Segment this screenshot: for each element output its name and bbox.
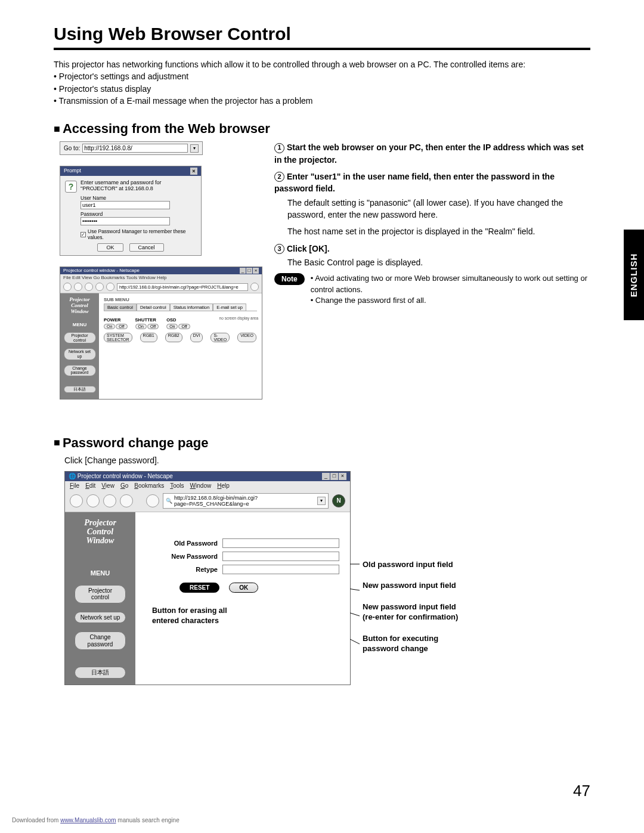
page-number: 47 [573,782,590,800]
system-selector[interactable]: SYSTEM SELECTOR [104,333,132,342]
pwd-toolbar: 🔍http://192.168.0.8/cgi-bin/main.cgi?pag… [65,490,350,512]
sidebar-item-change-password[interactable]: Change password [64,365,96,376]
tab-basic-control[interactable]: Basic control [104,304,137,311]
step-3-sub: The Basic Control page is displayed. [287,256,590,268]
maximize-icon[interactable]: □ [246,268,252,274]
input-rgb2[interactable]: RGB2 [165,333,182,342]
intro-text: This projector has networking functions … [54,58,590,107]
prompt-titlebar: Prompt × [60,166,201,176]
old-password-label: Old Password [146,540,218,547]
basic-sidebar: Projector Control Window MENU Projector … [60,293,99,398]
callout-ok: Button for executing password change [363,633,458,654]
osd-on[interactable]: On [166,324,178,329]
reload-icon[interactable] [103,494,116,507]
footer-link[interactable]: www.Manualslib.com [60,817,116,823]
basic-url-bar[interactable]: http://192.168.0.8/cgi-bin/main.cgi?page… [117,283,248,291]
shutter-on[interactable]: On [135,324,147,329]
back-icon[interactable] [70,494,83,507]
password-input[interactable] [80,217,170,225]
step-1: 1Start the web browser on your PC, then … [274,141,590,166]
sidebar-item-projector-control[interactable]: Projector control [64,332,96,343]
basic-menubar[interactable]: File Edit View Go Bookmarks Tools Window… [60,274,262,281]
new-password-label: New Password [146,553,218,560]
ok-button[interactable]: OK [229,583,258,593]
menu-label: MENU [73,322,87,327]
tabs: Basic control Detail control Status info… [104,304,257,311]
goto-input[interactable] [82,144,188,153]
password-change-window: 🌐 Projector control window - Netscape _□… [64,471,351,685]
input-rgb1[interactable]: RGB1 [140,333,157,342]
forward-icon[interactable] [74,283,82,291]
pcw-logo: Projector Control Window [69,297,90,315]
menu-label: MENU [91,569,110,577]
home-icon[interactable] [106,283,114,291]
input-svideo[interactable]: S-VIDEO [210,333,230,342]
jp-button[interactable]: 日本語 [75,667,126,679]
stop-icon[interactable] [95,283,104,291]
submenu-label: SUB MENU [104,297,257,302]
password-label: Password [80,211,196,217]
login-prompt: Prompt × ? Enter username and password f… [60,166,202,256]
goto-label: Go to: [64,145,80,151]
input-dvi[interactable]: DVI [190,333,203,342]
minimize-icon[interactable]: _ [240,268,246,274]
tab-status[interactable]: Status information [170,304,213,311]
note-badge: Note [274,273,305,285]
cancel-button[interactable]: Cancel [129,243,164,252]
callouts: Old password input field New password in… [363,559,458,665]
sidebar-item-network-setup[interactable]: Network set up [75,612,126,624]
pwd-url-bar[interactable]: 🔍http://192.168.0.8/cgi-bin/main.cgi?pag… [163,493,329,509]
title-rule [54,48,590,50]
step-3: 3Click [OK]. [274,243,590,255]
close-icon[interactable]: × [253,268,259,274]
goto-dropdown[interactable]: ▾ [190,144,199,153]
stop-icon[interactable] [120,494,133,507]
retype-input[interactable] [222,565,339,574]
reload-icon[interactable] [85,283,93,291]
osd-off[interactable]: Off [178,324,190,329]
go-icon[interactable] [250,283,259,291]
section1-heading: Accessing from the Web browser [54,121,590,137]
forward-icon[interactable] [86,494,100,507]
callout-retype: New password input field (re-enter for c… [363,602,458,623]
section2-heading: Password change page [54,435,590,451]
remember-checkbox-row[interactable]: ✓ Use Password Manager to remember these… [80,228,196,240]
power-off[interactable]: Off [116,324,127,329]
pwd-sidebar: Projector Control Window MENU Projector … [65,512,135,685]
tab-detail-control[interactable]: Detail control [137,304,170,311]
shutter-off[interactable]: Off [147,324,159,329]
retype-label: Retype [146,566,218,573]
url-dropdown-icon[interactable]: ▾ [317,497,326,505]
reset-button[interactable]: RESET [179,583,219,593]
home-icon[interactable] [146,494,159,507]
question-icon: ? [65,181,77,193]
sidebar-item-change-password[interactable]: Change password [75,631,126,650]
back-icon[interactable] [63,283,72,291]
basic-titlebar: Projector control window - Netscape _□× [60,267,262,274]
input-video[interactable]: VIDEO [237,333,256,342]
new-password-input[interactable] [222,552,339,561]
power-on[interactable]: On [104,324,115,329]
close-icon[interactable]: × [190,168,197,175]
basic-control-window: Projector control window - Netscape _□× … [60,267,262,399]
erase-caption: Button for erasing all entered character… [152,606,339,626]
checkbox-icon[interactable]: ✓ [80,232,86,237]
ok-button[interactable]: OK [97,243,123,252]
sidebar-item-network-setup[interactable]: Network set up [64,348,96,360]
callout-old-password: Old password input field [363,559,458,570]
pwd-menubar[interactable]: FileEditViewGoBookmarksToolsWindowHelp [65,481,350,490]
jp-button[interactable]: 日本語 [64,386,96,393]
sidebar-item-projector-control[interactable]: Projector control [75,585,126,603]
goto-bar: Go to: ▾ [60,141,203,155]
tab-email-setup[interactable]: E-mail set up [213,304,246,311]
basic-toolbar: http://192.168.0.8/cgi-bin/main.cgi?page… [60,281,262,293]
old-password-input[interactable] [222,538,339,548]
step-2-sub2: The host name set in the projector is di… [287,225,590,237]
netscape-icon[interactable]: N [332,494,345,507]
minimize-icon[interactable]: _ [322,473,330,480]
username-label: User Name [80,195,196,201]
username-input[interactable] [80,201,170,209]
maximize-icon[interactable]: □ [330,473,338,480]
close-icon[interactable]: × [339,473,346,480]
pwd-titlebar: 🌐 Projector control window - Netscape _□… [65,472,350,481]
